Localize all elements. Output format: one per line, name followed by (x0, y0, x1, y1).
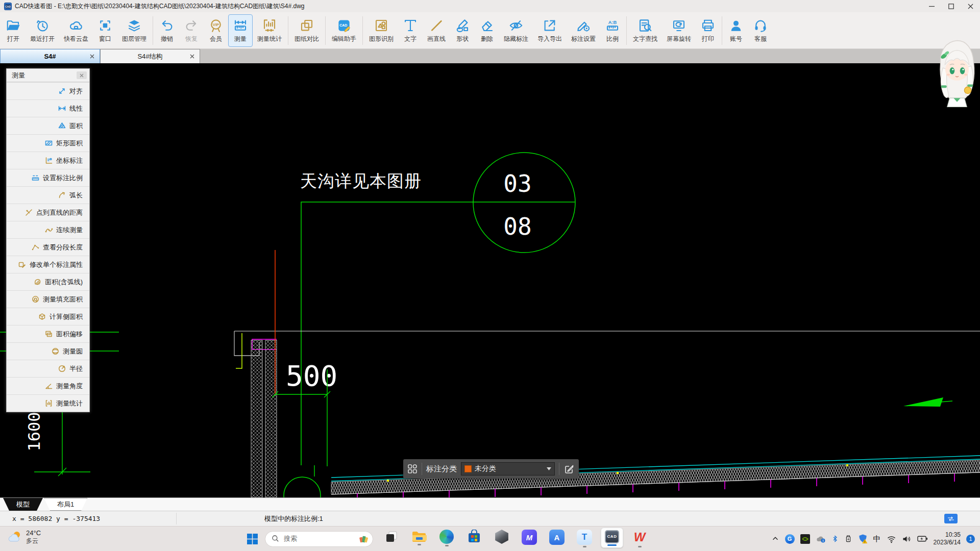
a-app-button[interactable]: A (549, 530, 565, 547)
cloud-tray-icon[interactable] (816, 535, 826, 543)
cad-viewport[interactable]: 03 08 天沟详见本图册 500 1600 (0, 63, 980, 497)
panel-item-side-area[interactable]: 计算侧面积 (7, 308, 89, 325)
doc-tab-s4-structure[interactable]: S4#结构 (100, 49, 200, 63)
file-explorer-button[interactable] (411, 530, 427, 545)
area-offset-icon (44, 330, 53, 338)
cursor-coordinates: x = 586082 y = -375413 (12, 515, 100, 522)
tool-text-search[interactable]: 文字查找 (628, 14, 662, 47)
tool-print[interactable]: 打印 (696, 14, 720, 47)
m-app-icon: M (522, 530, 537, 545)
ms-store-button[interactable] (466, 530, 482, 546)
close-button[interactable] (961, 0, 980, 12)
hidden-icons-chevron[interactable] (771, 535, 779, 543)
t-app-button[interactable]: T (576, 530, 593, 547)
tool-recent-open[interactable]: 最近打开 (26, 14, 59, 47)
eraser-icon (479, 18, 495, 33)
tool-draw-line[interactable]: 画直线 (423, 14, 450, 47)
panel-item-measure-circle[interactable]: 测量圆 (7, 342, 89, 360)
security-shield-icon[interactable] (858, 534, 868, 544)
tool-text[interactable]: 文字 (398, 14, 423, 47)
tool-open[interactable]: 打开 (1, 14, 26, 47)
svg-text:VIP: VIP (213, 22, 219, 27)
panel-item-radius[interactable]: 半径 (7, 360, 89, 377)
import-export-icon (542, 18, 557, 33)
volume-icon[interactable] (902, 535, 912, 543)
tool-scale[interactable]: A:B 比例 (600, 14, 625, 47)
panel-item-measure-angle[interactable]: 测量角度 (7, 377, 89, 394)
wifi-icon[interactable] (887, 535, 896, 543)
notification-count-badge[interactable]: 1 (966, 535, 975, 543)
tab-layout1[interactable]: 布局1 (44, 498, 87, 511)
wps-button[interactable]: W (631, 530, 648, 547)
tool-drawing-compare[interactable]: 图纸对比 (290, 14, 324, 47)
edit-annotation-icon[interactable] (564, 463, 575, 474)
category-grid-icon[interactable] (407, 464, 418, 474)
hexagon-app-button[interactable] (494, 530, 510, 546)
maximize-button[interactable] (941, 0, 961, 12)
tool-vip[interactable]: VIP 会员 (204, 14, 228, 47)
panel-item-area-with-arc[interactable]: 面积(含弧线) (7, 273, 89, 290)
panel-item-fill-area[interactable]: 测量填充面积 (7, 290, 89, 308)
weather-widget[interactable]: 24°C 多云 (7, 529, 41, 545)
task-view-button[interactable] (383, 530, 400, 546)
tab-close-icon[interactable] (190, 54, 194, 59)
tool-screen-rotate[interactable]: 屏幕旋转 (662, 14, 696, 47)
edge-browser-button[interactable] (438, 530, 455, 546)
m-app-button[interactable]: M (521, 530, 537, 547)
tool-delete[interactable]: 删除 (475, 14, 499, 47)
panel-close-button[interactable] (77, 71, 87, 79)
ime-indicator[interactable]: 中 (873, 534, 881, 544)
panel-item-modify-annotation[interactable]: 修改单个标注属性 (7, 256, 89, 273)
tool-edit-assistant[interactable]: CAD 编辑助手 (327, 14, 361, 47)
panel-item-measure-stats[interactable]: 测量统计 (7, 394, 89, 412)
tool-measure[interactable]: 测量 (228, 14, 253, 47)
vip-medal-icon: VIP (208, 18, 224, 33)
taskbar-clock[interactable]: 10:35 2023/6/14 (934, 531, 961, 546)
panel-item-set-scale[interactable]: 设置标注比例 (7, 169, 89, 186)
panel-item-area-offset[interactable]: 面积偏移 (7, 325, 89, 342)
panel-item-continuous-measure[interactable]: 连续测量 (7, 221, 89, 238)
taskbar-search[interactable]: 搜索 (265, 531, 373, 547)
tab-close-icon[interactable] (90, 54, 94, 59)
print-icon (700, 18, 716, 33)
panel-item-coord[interactable]: 坐标标注 (7, 152, 89, 169)
category-dropdown[interactable]: 未分类 (461, 462, 555, 475)
tool-hide-annotation[interactable]: 隐藏标注 (499, 14, 533, 47)
panel-item-linear[interactable]: 线性 (7, 99, 89, 117)
collaboration-badge[interactable] (944, 514, 958, 523)
battery-icon[interactable] (917, 535, 928, 543)
rect-area-icon (44, 139, 53, 147)
tool-annotation-settings[interactable]: 标注设置 (567, 14, 600, 47)
tool-redo[interactable]: 恢复 (179, 14, 204, 47)
svg-text:CAD: CAD (339, 23, 347, 27)
minimize-icon (929, 4, 935, 9)
bluetooth-icon[interactable] (831, 534, 839, 543)
panel-item-rect-area[interactable]: 矩形面积 (7, 134, 89, 152)
tool-window[interactable]: 窗口 (93, 14, 117, 47)
tool-shapes[interactable]: 形状 (450, 14, 475, 47)
panel-item-align[interactable]: 对齐 (7, 82, 89, 99)
panel-item-area[interactable]: 面积 (7, 117, 89, 134)
tool-cloud-drive[interactable]: 快看云盘 (59, 14, 93, 47)
panel-item-arc-length[interactable]: 弧长 (7, 186, 89, 204)
cad-viewer-button[interactable]: CAD (604, 530, 620, 548)
tab-model[interactable]: 模型 (3, 498, 43, 511)
ribbon-divider (288, 16, 288, 45)
hide-annotation-eye-icon (508, 18, 524, 33)
cad-drawing[interactable]: 03 08 天沟详见本图册 500 1600 (0, 63, 980, 497)
tool-account[interactable]: 账号 (724, 14, 748, 47)
tool-undo[interactable]: 撤销 (155, 14, 179, 47)
start-button-icon[interactable] (246, 533, 259, 545)
doc-tab-s4[interactable]: S4# (0, 49, 100, 63)
minimize-button[interactable] (922, 0, 941, 12)
tool-shape-recognition[interactable]: 图形识别 (364, 14, 398, 47)
panel-item-point-line-distance[interactable]: 点到直线的距离 (7, 204, 89, 221)
tool-service[interactable]: 客服 (748, 14, 773, 47)
panel-item-segment-length[interactable]: 查看分段长度 (7, 238, 89, 256)
tool-import-export[interactable]: 导入导出 (533, 14, 567, 47)
usb-device-icon[interactable] (844, 534, 852, 543)
tool-layer-manager[interactable]: 图层管理 (117, 14, 151, 47)
tool-measure-stats[interactable]: 测量统计 (253, 14, 286, 47)
g-tray-icon[interactable]: G (785, 534, 795, 544)
nvidia-tray-icon[interactable] (800, 534, 810, 544)
